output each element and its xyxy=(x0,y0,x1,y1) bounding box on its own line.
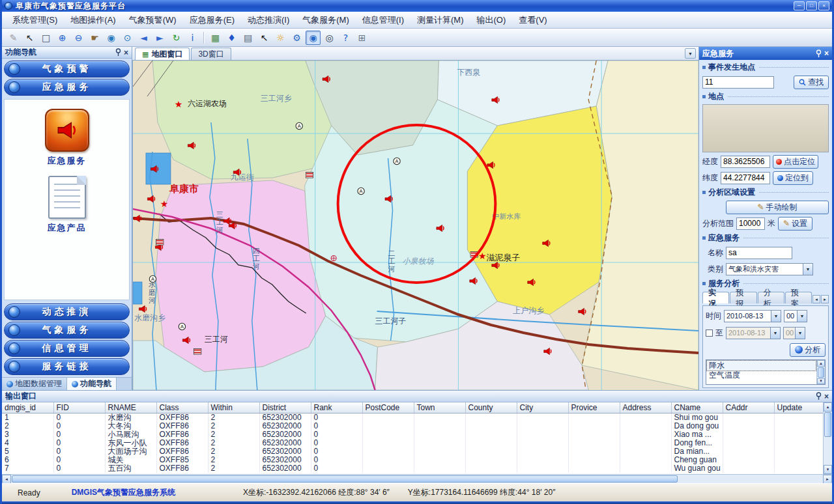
start-date-combo[interactable]: 2010-08-13 ▼ xyxy=(724,310,781,322)
menu-item-2[interactable]: 地图操作(A) xyxy=(64,12,122,29)
chevron-down-icon[interactable]: ▼ xyxy=(797,311,807,322)
column-header[interactable]: CName xyxy=(671,402,723,413)
poi-circle-marker[interactable] xyxy=(394,158,400,164)
pin-icon[interactable] xyxy=(816,392,822,400)
pan-hand-icon[interactable]: ☛ xyxy=(87,31,102,45)
identify-icon[interactable]: i xyxy=(185,31,200,45)
table-row[interactable]: 70五百沟OXFF8626523020000Wu guan gou xyxy=(2,464,823,473)
marquee-select-icon[interactable]: □ xyxy=(38,31,53,45)
scroll-track[interactable] xyxy=(11,475,823,483)
scroll-down-icon[interactable]: ▼ xyxy=(824,465,832,474)
gear-icon[interactable]: ⚙ xyxy=(289,31,304,45)
locate-to-button[interactable]: 定位到 xyxy=(773,171,813,185)
service-tab-3[interactable]: 分析 xyxy=(758,292,784,303)
list-item[interactable]: 空气温度 xyxy=(707,371,816,380)
chevron-down-icon[interactable]: ▼ xyxy=(795,328,805,339)
menu-item-6[interactable]: 气象服务(M) xyxy=(296,12,356,29)
nav-button-bottom-1[interactable]: 动态推演 xyxy=(4,303,130,320)
end-time-checkbox[interactable] xyxy=(706,329,713,337)
monument-marker[interactable] xyxy=(331,255,336,260)
map-image-icon[interactable]: ▦ xyxy=(208,31,223,45)
chevron-down-icon[interactable]: ▼ xyxy=(770,328,780,339)
scroll-track[interactable] xyxy=(824,412,832,465)
scroll-thumb[interactable] xyxy=(818,367,824,378)
search-button[interactable]: 查找 xyxy=(794,76,829,89)
bulb-icon[interactable]: ☼ xyxy=(273,31,288,45)
pencil-tool-icon[interactable]: ✎ xyxy=(6,31,21,45)
title-bar[interactable]: 阜康市气象预警应急服务平台 ─ □ × xyxy=(2,0,832,12)
poi-circle-marker[interactable] xyxy=(358,188,364,194)
tab-scroll-left-icon[interactable]: ◄ xyxy=(812,295,820,303)
scroll-thumb[interactable] xyxy=(824,412,831,437)
nav-button-top-1[interactable]: 气象预警 xyxy=(4,61,130,77)
menu-item-9[interactable]: 输出(O) xyxy=(470,12,513,29)
column-header[interactable]: City xyxy=(517,402,568,413)
list-item[interactable]: 降水 xyxy=(707,361,816,371)
emergency-service-shortcut[interactable]: 应急服务 xyxy=(45,109,89,167)
nav-button-bottom-2[interactable]: 气象服务 xyxy=(4,322,130,339)
start-hour-combo[interactable]: 00 ▼ xyxy=(784,310,807,322)
service-tab-1[interactable]: 实况 xyxy=(702,292,729,303)
map-tab-1[interactable]: ▦地图窗口 xyxy=(135,48,190,60)
event-location-input[interactable] xyxy=(702,76,774,89)
click-locate-button[interactable]: 点击定位 xyxy=(773,155,818,169)
menu-item-10[interactable]: 查看(V) xyxy=(512,12,553,29)
pin-icon[interactable] xyxy=(816,49,822,58)
manual-draw-button[interactable]: ✎手动绘制 xyxy=(726,201,829,214)
nav-tab-2[interactable]: 功能导航 xyxy=(67,378,117,390)
chevron-down-icon[interactable]: ▼ xyxy=(771,311,781,322)
scroll-left-icon[interactable]: ◄ xyxy=(2,475,11,484)
export-icon[interactable]: ⊞ xyxy=(354,31,369,45)
service-tab-2[interactable]: 预报 xyxy=(730,292,756,303)
map-tab-dropdown[interactable]: ▼ xyxy=(685,48,696,59)
next-extent-icon[interactable]: ► xyxy=(152,31,167,45)
latitude-input[interactable] xyxy=(721,172,770,184)
document-icon[interactable] xyxy=(48,176,86,219)
column-header[interactable]: RNAME xyxy=(105,402,156,413)
column-header[interactable]: Within xyxy=(208,402,259,413)
end-hour-combo[interactable]: 00 ▼ xyxy=(783,327,805,339)
maximize-button[interactable]: □ xyxy=(806,1,817,10)
zoom-out-icon[interactable]: ⊖ xyxy=(71,31,86,45)
table-row[interactable]: 40东风一小队OXFF8626523020000Dong fen... xyxy=(2,439,823,447)
minimize-button[interactable]: ─ xyxy=(794,1,805,10)
nav-button-bottom-4[interactable]: 服务链接 xyxy=(4,358,130,375)
close-button[interactable]: × xyxy=(818,1,829,10)
end-date-combo[interactable]: 2010-08-13 ▼ xyxy=(726,327,781,339)
emergency-product-shortcut[interactable]: 应急产品 xyxy=(48,176,87,234)
tab-scroll-right-icon[interactable]: ► xyxy=(821,295,829,303)
table-row[interactable]: 30小马厩沟OXFF8626523020000Xiao ma ... xyxy=(2,430,823,439)
column-header[interactable]: FID xyxy=(53,402,105,413)
map-canvas[interactable]: A xyxy=(132,61,698,390)
service-name-input[interactable] xyxy=(726,247,792,259)
analyze-button[interactable]: 分析 xyxy=(790,343,826,357)
output-vscrollbar[interactable]: ▲ ▼ xyxy=(823,402,832,474)
column-header[interactable]: Address xyxy=(620,402,671,413)
table-row[interactable]: 50大面场子沟OXFF8626523020000Da mian... xyxy=(2,447,823,456)
column-header[interactable]: CAddr xyxy=(723,402,774,413)
poi-circle-marker[interactable] xyxy=(296,122,302,129)
prev-extent-icon[interactable]: ◄ xyxy=(136,31,151,45)
flag-marker[interactable] xyxy=(306,172,313,178)
select-cursor-icon[interactable]: ↖ xyxy=(22,31,37,45)
zoom-layer-icon[interactable]: ⊙ xyxy=(120,31,135,45)
emergency-service-icon[interactable] xyxy=(45,109,89,152)
flag-marker[interactable] xyxy=(156,239,164,245)
star-marker[interactable]: ★ xyxy=(175,99,183,109)
menu-item-5[interactable]: 动态推演(I) xyxy=(241,12,296,29)
column-header[interactable]: PostCode xyxy=(362,402,414,413)
column-header[interactable]: County xyxy=(465,402,517,413)
scroll-up-icon[interactable]: ▲ xyxy=(817,360,825,367)
column-header[interactable]: dmgis_id xyxy=(2,402,53,413)
poi-circle-marker[interactable] xyxy=(179,323,185,329)
longitude-input[interactable] xyxy=(721,156,770,168)
table-row[interactable]: 20大冬沟OXFF8626523020000Da dong gou xyxy=(2,422,823,430)
help-icon[interactable]: ? xyxy=(338,31,353,45)
menu-item-1[interactable]: 系统管理(S) xyxy=(6,12,64,29)
table-row[interactable]: 60城关OXFF8526523020000Cheng guan xyxy=(2,456,823,464)
eye-icon[interactable]: ◎ xyxy=(322,31,337,45)
scroll-right-icon[interactable]: ► xyxy=(823,475,832,484)
column-header[interactable]: Class xyxy=(156,402,208,413)
output-hscrollbar[interactable]: ◄ ► xyxy=(2,474,832,483)
category-combo[interactable]: 气象和洪水灾害 ▼ xyxy=(726,263,813,275)
